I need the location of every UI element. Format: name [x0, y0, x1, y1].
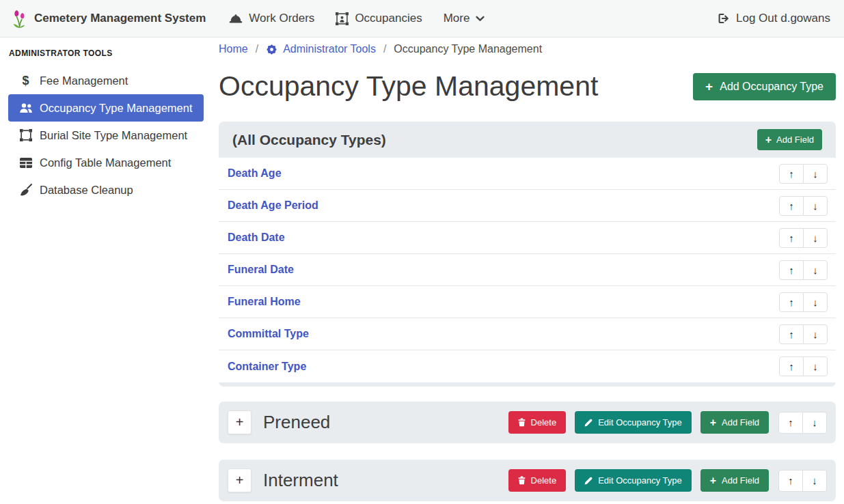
add-occupancy-type-button[interactable]: + Add Occupancy Type [693, 73, 836, 100]
card-title: (All Occupancy Types) [232, 132, 386, 148]
field-link[interactable]: Death Date [228, 232, 285, 244]
breadcrumb-current: Occupancy Type Management [394, 43, 542, 55]
plus-icon: + [236, 473, 244, 488]
add-field-button[interactable]: + Add Field [700, 469, 769, 492]
expand-section-button[interactable]: + [228, 410, 251, 434]
move-up-button[interactable]: ↑ [779, 292, 804, 312]
move-up-button[interactable]: ↑ [779, 260, 804, 280]
move-down-button[interactable]: ↓ [803, 228, 828, 248]
nav-occupancies[interactable]: Occupancies [336, 12, 422, 25]
move-down-button[interactable]: ↓ [803, 324, 828, 344]
reorder-arrow-group: ↑ ↓ [779, 356, 828, 376]
app-brand[interactable]: Cemetery Management System [11, 9, 206, 29]
reorder-arrow-group: ↑ ↓ [779, 260, 828, 280]
up-arrow-icon: ↑ [788, 475, 793, 486]
card-header: (All Occupancy Types) + Add Field [219, 122, 836, 158]
up-arrow-icon: ↑ [789, 232, 794, 244]
reorder-arrow-group: ↑ ↓ [778, 470, 827, 492]
plus-icon: + [765, 134, 772, 146]
move-up-button[interactable]: ↑ [779, 356, 804, 376]
up-arrow-icon: ↑ [789, 168, 794, 180]
logout-button[interactable]: Log Out d.gowans [718, 12, 830, 25]
field-row: Funeral Date ↑ ↓ [219, 254, 836, 286]
move-down-button[interactable]: ↓ [803, 260, 828, 280]
reorder-arrow-group: ↑ ↓ [778, 412, 827, 434]
move-up-button[interactable]: ↑ [779, 324, 804, 344]
up-arrow-icon: ↑ [789, 296, 794, 308]
field-row: Container Type ↑ ↓ [219, 350, 836, 382]
nav-work-orders[interactable]: Work Orders [229, 12, 314, 25]
field-row: Committal Type ↑ ↓ [219, 318, 836, 350]
down-arrow-icon: ↓ [812, 417, 817, 428]
sidebar-item-label: Burial Site Type Management [40, 129, 187, 142]
field-link[interactable]: Funeral Date [228, 264, 294, 276]
delete-button[interactable]: Delete [508, 411, 567, 434]
move-down-button[interactable]: ↓ [803, 164, 828, 184]
expand-section-button[interactable]: + [228, 468, 251, 492]
breadcrumb: Home / Administrator Tools / Occupan [219, 43, 836, 55]
table-icon [18, 158, 33, 168]
down-arrow-icon: ↓ [813, 200, 818, 212]
edit-occupancy-type-button[interactable]: Edit Occupancy Type [575, 469, 692, 492]
field-link[interactable]: Container Type [228, 361, 306, 373]
sidebar-item-burial-site-type-management[interactable]: Burial Site Type Management [8, 122, 204, 149]
reorder-arrow-group: ↑ ↓ [779, 164, 828, 184]
hard-hat-icon [229, 14, 243, 24]
field-link[interactable]: Funeral Home [228, 296, 301, 308]
add-field-label: Add Field [776, 135, 814, 145]
down-arrow-icon: ↓ [813, 264, 818, 276]
sidebar-item-fee-management[interactable]: $ Fee Management [8, 67, 204, 94]
add-field-button[interactable]: + Add Field [700, 411, 769, 434]
app-title: Cemetery Management System [34, 12, 206, 25]
breadcrumb-separator: / [256, 43, 258, 55]
move-up-button[interactable]: ↑ [779, 164, 804, 184]
down-arrow-icon: ↓ [812, 475, 817, 486]
delete-button[interactable]: Delete [508, 469, 567, 492]
chevron-down-icon [476, 16, 485, 22]
broom-icon [18, 184, 33, 196]
move-down-button[interactable]: ↓ [803, 356, 828, 376]
move-up-button[interactable]: ↑ [778, 412, 803, 434]
down-arrow-icon: ↓ [813, 168, 818, 180]
plus-icon: + [236, 415, 244, 430]
move-up-button[interactable]: ↑ [779, 228, 804, 248]
breadcrumb-admin-tools-link[interactable]: Administrator Tools [266, 43, 376, 55]
nav-occupancies-label: Occupancies [355, 12, 422, 25]
up-arrow-icon: ↑ [789, 328, 794, 340]
trash-icon [518, 476, 526, 485]
down-arrow-icon: ↓ [813, 296, 818, 308]
move-down-button[interactable]: ↓ [802, 412, 827, 434]
sign-out-icon [718, 13, 730, 24]
delete-button-label: Delete [531, 417, 557, 428]
move-down-button[interactable]: ↓ [803, 196, 828, 216]
top-navbar: Cemetery Management System Work Orders [0, 0, 844, 38]
reorder-arrow-group: ↑ ↓ [779, 228, 828, 248]
logout-label: Log Out d.gowans [736, 12, 830, 25]
field-link[interactable]: Death Age [228, 167, 282, 180]
dollar-icon: $ [18, 74, 33, 88]
down-arrow-icon: ↓ [813, 232, 818, 244]
move-down-button[interactable]: ↓ [803, 292, 828, 312]
nav-more[interactable]: More [444, 12, 485, 25]
pencil-icon [584, 419, 593, 427]
breadcrumb-home-link[interactable]: Home [219, 43, 248, 55]
sidebar-item-label: Database Cleanup [40, 184, 133, 197]
add-occupancy-type-label: Add Occupancy Type [720, 81, 823, 93]
field-link[interactable]: Committal Type [228, 328, 309, 340]
move-up-button[interactable]: ↑ [779, 196, 804, 216]
field-link[interactable]: Death Age Period [228, 199, 318, 212]
edit-button-label: Edit Occupancy Type [598, 475, 682, 486]
main-content: Home / Administrator Tools / Occupan [212, 38, 844, 504]
move-down-button[interactable]: ↓ [802, 470, 827, 492]
sidebar-item-database-cleanup[interactable]: Database Cleanup [8, 176, 204, 204]
tulip-logo-icon [11, 9, 28, 29]
sidebar-item-occupancy-type-management[interactable]: Occupancy Type Management [8, 94, 204, 122]
person-frame-icon [336, 12, 349, 25]
pencil-icon [584, 477, 593, 485]
up-arrow-icon: ↑ [789, 264, 794, 276]
edit-occupancy-type-button[interactable]: Edit Occupancy Type [575, 411, 692, 434]
move-up-button[interactable]: ↑ [778, 470, 803, 492]
sidebar-item-config-table-management[interactable]: Config Table Management [8, 149, 204, 176]
add-field-button[interactable]: + Add Field [757, 129, 822, 150]
field-row: Death Age Period ↑ ↓ [219, 190, 836, 222]
